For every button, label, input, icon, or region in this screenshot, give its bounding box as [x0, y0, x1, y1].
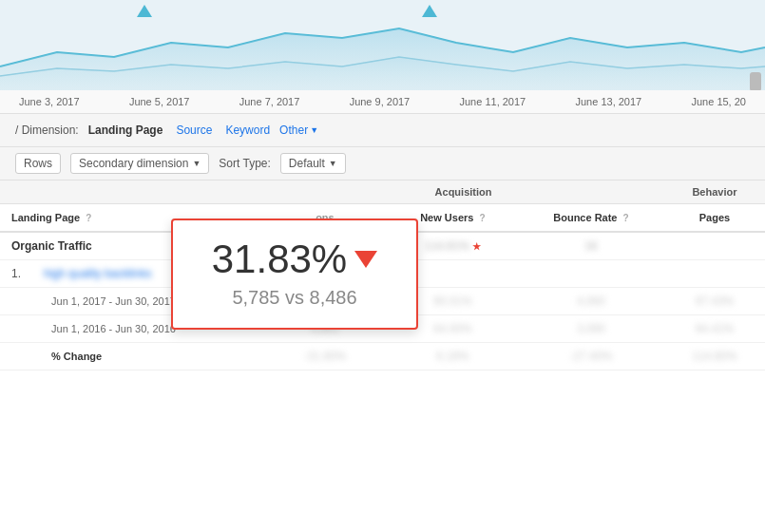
v3-2: 3,090: [518, 315, 664, 343]
tab-other[interactable]: Other ▼: [279, 124, 318, 137]
date-label-7: June 15, 20: [691, 96, 746, 107]
group-header-row: Acquisition Behavior: [0, 180, 765, 204]
scrollbar[interactable]: [750, 72, 761, 90]
behavior-header: Behavior: [664, 180, 765, 204]
group-header-left: [0, 180, 262, 204]
chevron-down-icon: ▼: [329, 159, 337, 168]
tab-keyword[interactable]: Keyword: [221, 122, 274, 139]
date-label-4: June 9, 2017: [350, 96, 411, 107]
tooltip-popup: 31.83% 5,785 vs 8,486: [171, 218, 418, 330]
date-label-2: June 5, 2017: [129, 96, 190, 107]
tooltip-values: 5,785 vs 8,486: [196, 287, 393, 309]
col-bounce-rate: Bounce Rate ?: [518, 204, 664, 233]
chart-area: [0, 0, 765, 90]
v4-1: 97.43%: [664, 288, 765, 315]
tab-landing-page[interactable]: Landing Page: [85, 122, 167, 139]
tooltip-percent: 31.83%: [196, 239, 393, 279]
organic-bounce-value: 16: [518, 232, 664, 260]
dimension-prefix: / Dimension:: [15, 124, 79, 137]
table-row-pct-change: % Change -31.80% 6.18% -27.40% 114.80%: [0, 343, 765, 370]
page-link-text[interactable]: high quality backlinks: [44, 267, 151, 280]
pct-v4: 114.80%: [664, 343, 765, 370]
pct-v2: 6.18%: [388, 343, 518, 370]
col-pages: Pages: [664, 204, 765, 233]
pct-v1: -31.80%: [262, 343, 387, 370]
row-num: 1.: [0, 260, 32, 288]
help-icon-3: ?: [623, 213, 629, 223]
chevron-down-icon: ▼: [310, 125, 318, 135]
dimension-row: / Dimension: Landing Page Source Keyword…: [0, 114, 765, 147]
pct-change-label: % Change: [32, 343, 262, 370]
sort-default-button[interactable]: Default ▼: [280, 153, 346, 174]
rows-button[interactable]: Rows: [15, 153, 61, 174]
help-icon: ?: [86, 213, 91, 223]
date-axis: June 3, 2017 June 5, 2017 June 7, 2017 J…: [0, 90, 765, 114]
v3-1: 4,060: [518, 288, 664, 315]
red-star-2: ★: [472, 241, 481, 252]
help-icon-2: ?: [479, 213, 485, 223]
v4-2: 94.41%: [664, 315, 765, 343]
chevron-down-icon: ▼: [192, 159, 201, 168]
toolbar-row: Rows Secondary dimension ▼ Sort Type: De…: [0, 147, 765, 180]
organic-pages-value: [664, 232, 765, 260]
pct-v3: -27.40%: [518, 343, 664, 370]
acquisition-header: Acquisition: [262, 180, 664, 204]
date-label-3: June 7, 2017: [239, 96, 300, 107]
date-label-1: June 3, 2017: [19, 96, 80, 107]
secondary-dimension-button[interactable]: Secondary dimension ▼: [70, 153, 209, 174]
sort-type-label: Sort Type:: [219, 157, 270, 170]
main-container: June 3, 2017 June 5, 2017 June 7, 2017 J…: [0, 0, 765, 532]
down-arrow-icon: [354, 251, 377, 268]
date-label-5: June 11, 2017: [460, 96, 526, 107]
date-label-6: June 13, 2017: [575, 96, 641, 107]
tab-source[interactable]: Source: [172, 122, 216, 139]
